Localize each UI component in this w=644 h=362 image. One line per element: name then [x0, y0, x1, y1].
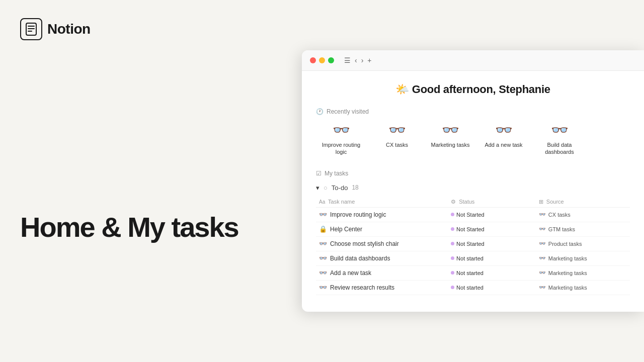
- table-row[interactable]: 👓 Improve routing logic Not Started 👓 CX…: [316, 207, 630, 222]
- status-dot: [451, 227, 454, 231]
- rv-icon: 👓: [551, 123, 569, 137]
- task-icon: 👓: [319, 211, 327, 218]
- task-tbody: 👓 Improve routing logic Not Started 👓 CX…: [316, 207, 630, 295]
- status-badge: Not Started: [451, 240, 485, 248]
- source-icon: 👓: [539, 284, 546, 291]
- rv-icon: 👓: [442, 123, 459, 137]
- status-badge: Not Started: [451, 225, 485, 233]
- task-name-cell: 👓 Review research results: [319, 284, 445, 291]
- source-icon: 👓: [539, 240, 546, 247]
- table-row[interactable]: 👓 Build data dashboards Not started 👓 Ma…: [316, 251, 630, 265]
- close-button[interactable]: [310, 57, 316, 63]
- status-text: Not Started: [456, 241, 485, 247]
- recently-visited-item[interactable]: 👓 Build data dashboards: [534, 123, 585, 156]
- rv-label: CX tasks: [386, 141, 408, 148]
- todo-header[interactable]: ▾ ○ To-do 18: [316, 182, 630, 194]
- todo-label: To-do: [332, 184, 348, 192]
- menu-icon[interactable]: ☰: [344, 56, 351, 64]
- title-bar: ☰ ‹ › +: [302, 50, 644, 71]
- rv-label: Marketing tasks: [431, 141, 469, 148]
- task-name: Help Center: [330, 226, 362, 233]
- rv-label: Improve routing logic: [316, 141, 366, 156]
- task-icon: 🔒: [319, 225, 327, 233]
- task-name-cell: 👓 Choose most stylish chair: [319, 240, 445, 247]
- source-icon: 👓: [539, 226, 546, 232]
- todo-count: 18: [352, 184, 358, 191]
- greeting: 🌤️ Good afternoon, Stephanie: [316, 83, 630, 96]
- status-badge: Not Started: [451, 211, 485, 219]
- task-name: Improve routing logic: [330, 211, 386, 218]
- rv-label: Build data dashboards: [534, 141, 585, 156]
- status-text: Not started: [456, 270, 484, 276]
- table-row[interactable]: 👓 Choose most stylish chair Not Started …: [316, 236, 630, 251]
- source-name: CX tasks: [548, 212, 571, 218]
- recently-visited-label: 🕐 Recently visited: [316, 108, 630, 115]
- source-icon: 👓: [539, 269, 546, 276]
- back-icon[interactable]: ‹: [355, 56, 357, 64]
- forward-icon[interactable]: ›: [361, 56, 364, 64]
- task-name-cell: 👓 Add a new task: [319, 269, 445, 277]
- task-icon: 👓: [319, 284, 327, 291]
- maximize-button[interactable]: [328, 57, 334, 63]
- hero-title: Home & My tasks: [20, 211, 277, 243]
- source-cell: 👓 CX tasks: [539, 211, 627, 218]
- my-tasks-section: ☑ My tasks ▾ ○ To-do 18 Aa Task name: [316, 170, 630, 295]
- chevron-down-icon: ▾: [316, 184, 319, 192]
- source-name: GTM tasks: [548, 226, 575, 232]
- task-name-cell: 👓 Improve routing logic: [319, 211, 445, 218]
- recently-visited-item[interactable]: 👓 Marketing tasks: [428, 123, 473, 156]
- notion-logo-text: Notion: [47, 21, 91, 37]
- status-text: Not Started: [456, 212, 485, 218]
- status-badge: Not started: [451, 284, 484, 292]
- task-name: Build data dashboards: [330, 255, 390, 262]
- traffic-lights: [310, 57, 334, 63]
- task-table: Aa Task name ⚙ Status ⊞ Source: [316, 197, 630, 295]
- left-panel: Notion Home & My tasks: [0, 0, 297, 362]
- rv-icon: 👓: [388, 123, 406, 137]
- source-cell: 👓 Product tasks: [539, 240, 627, 247]
- table-row[interactable]: 👓 Review research results Not started 👓 …: [316, 280, 630, 295]
- source-name: Marketing tasks: [548, 255, 587, 261]
- status-dot: [451, 242, 454, 245]
- col-status-header: ⚙ Status: [448, 197, 536, 208]
- recently-visited-grid: 👓 Improve routing logic 👓 CX tasks 👓 Mar…: [316, 123, 630, 156]
- source-cell: 👓 GTM tasks: [539, 226, 627, 232]
- status-text: Not started: [456, 255, 484, 261]
- app-window: ☰ ‹ › + 🌤️ Good afternoon, Stephanie 🕐 R…: [302, 50, 644, 312]
- main-content: 🌤️ Good afternoon, Stephanie 🕐 Recently …: [302, 71, 644, 312]
- task-icon: 👓: [319, 240, 327, 247]
- add-icon[interactable]: +: [367, 56, 371, 64]
- recently-visited-item[interactable]: 👓 Improve routing logic: [316, 123, 366, 156]
- status-dot: [451, 213, 454, 216]
- source-cell: 👓 Marketing tasks: [539, 255, 627, 261]
- status-dot: [451, 286, 454, 289]
- table-row[interactable]: 🔒 Help Center Not Started 👓 GTM tasks: [316, 222, 630, 236]
- status-text: Not Started: [456, 226, 485, 232]
- my-tasks-header: ☑ My tasks: [316, 170, 630, 177]
- source-icon: 👓: [539, 211, 546, 218]
- status-badge: Not started: [451, 269, 484, 277]
- source-cell: 👓 Marketing tasks: [539, 269, 627, 276]
- circle-icon: ○: [324, 184, 328, 192]
- task-icon: 👓: [319, 269, 327, 277]
- title-bar-controls: ☰ ‹ › +: [344, 56, 372, 64]
- rv-label: Add a new task: [485, 141, 522, 148]
- recently-visited-item[interactable]: 👓 Add a new task: [481, 123, 526, 156]
- minimize-button[interactable]: [319, 57, 325, 63]
- rv-icon: 👓: [495, 123, 513, 137]
- status-dot: [451, 256, 454, 260]
- task-name-cell: 👓 Build data dashboards: [319, 254, 445, 262]
- source-name: Marketing tasks: [548, 285, 587, 291]
- table-header: Aa Task name ⚙ Status ⊞ Source: [316, 197, 630, 208]
- task-icon: 👓: [319, 254, 327, 262]
- checkbox-icon: ☑: [316, 170, 321, 177]
- status-text: Not started: [456, 285, 484, 291]
- source-name: Marketing tasks: [548, 270, 587, 276]
- table-row[interactable]: 👓 Add a new task Not started 👓 Marketing…: [316, 265, 630, 280]
- source-cell: 👓 Marketing tasks: [539, 284, 627, 291]
- task-name: Add a new task: [330, 269, 371, 277]
- clock-icon: 🕐: [316, 108, 324, 115]
- col-source-header: ⊞ Source: [536, 197, 630, 208]
- col-task-header: Aa Task name: [316, 197, 448, 208]
- recently-visited-item[interactable]: 👓 CX tasks: [374, 123, 420, 156]
